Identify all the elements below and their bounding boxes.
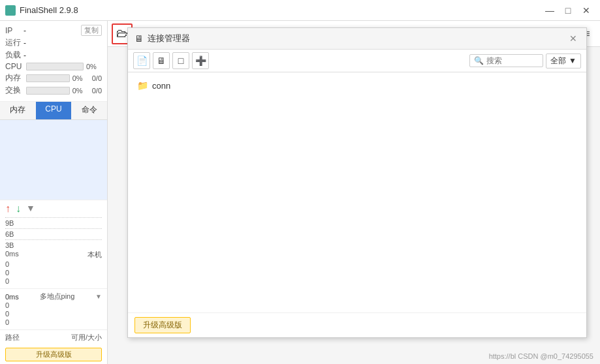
val-9b: 9B (5, 219, 14, 227)
titlebar: FinalShell 2.9.8 — □ ✕ (0, 0, 600, 21)
run-value: - (24, 38, 102, 48)
ping-dropdown-icon[interactable]: ▼ (95, 293, 102, 300)
mem-bar (26, 74, 70, 82)
swap-bar (26, 87, 70, 95)
stats-3b: 3B (5, 241, 102, 249)
load-row: 负载 - (5, 50, 102, 61)
ping-latency: 0ms (5, 293, 19, 301)
app-icon (5, 5, 16, 16)
path-section: 路径 可用/大小 (0, 329, 107, 345)
window-controls: — □ ✕ (541, 2, 595, 19)
path-size: 可用/大小 (71, 333, 102, 342)
ping-header: 0ms 多地点ping ▼ (5, 292, 102, 301)
search-icon: 🔍 (474, 56, 484, 65)
direction-icon: ▼ (26, 203, 35, 215)
dialog-footer: 升级高级版 (128, 312, 586, 337)
swap-value: 0% (72, 87, 88, 95)
add-button[interactable]: ➕ (192, 52, 209, 69)
content-area: 🗁 ⊞ ≡ 🖥 连接管理器 ✕ (108, 21, 600, 364)
ping-section: 0ms 多地点ping ▼ 0 0 0 (0, 288, 107, 329)
connection-item[interactable]: 📁 conn (133, 78, 581, 93)
sidebar: IP - 复制 运行 - 负载 - CPU 0% 内存 (0, 21, 108, 364)
swap-label: 交换 (5, 85, 24, 96)
connection-manager-dialog: 🖥 连接管理器 ✕ 📄 🖥 □ (127, 27, 587, 338)
swap-row: 交换 0% 0/0 (5, 85, 102, 96)
run-row: 运行 - (5, 37, 102, 48)
dialog-app-icon: 🖥 (134, 33, 144, 44)
close-button[interactable]: ✕ (578, 2, 595, 19)
filter-label: 全部 (550, 55, 566, 67)
cpu-value: 0% (86, 63, 102, 70)
dialog-content: 📁 conn (128, 72, 586, 312)
lv2: 0 (5, 269, 9, 277)
mem-value: 0% (72, 74, 88, 82)
tab-command[interactable]: 命令 (71, 102, 107, 119)
connection-folder-icon: 📁 (137, 80, 148, 91)
new-folder-icon: 📄 (136, 55, 148, 66)
filter-dropdown[interactable]: 全部 ▼ (546, 53, 581, 68)
new-connection-button[interactable]: 🖥 (153, 52, 170, 69)
cpu-row: CPU 0% (5, 62, 102, 71)
filter-chevron-icon: ▼ (569, 56, 576, 65)
pv3: 0 (5, 318, 9, 326)
copy-button[interactable]: □ (172, 52, 189, 69)
connection-name: conn (152, 81, 170, 91)
latency-header: 0ms 本机 (5, 250, 102, 260)
dialog-upgrade-button[interactable]: 升级高级版 (134, 317, 191, 333)
ip-row: IP - 复制 (5, 25, 102, 36)
divider-6b (5, 228, 102, 229)
cpu-label: CPU (5, 62, 24, 71)
minimize-button[interactable]: — (541, 2, 558, 19)
swap-ratio: 0/0 (92, 87, 102, 95)
ip-label: IP (5, 26, 24, 35)
copy-button[interactable]: 复制 (81, 25, 102, 36)
stats-arrows: ↑ ↓ ▼ (5, 203, 102, 215)
ping-val2: 0 (5, 310, 102, 318)
upload-icon: ↑ (5, 203, 10, 215)
divider-9b (5, 217, 102, 218)
copy-icon: □ (178, 55, 183, 66)
load-value: - (24, 51, 102, 60)
tab-cpu[interactable]: CPU (36, 102, 72, 119)
latency-host: 本机 (87, 250, 102, 260)
load-label: 负载 (5, 50, 24, 61)
divider-3b (5, 239, 102, 240)
download-icon: ↓ (16, 203, 21, 215)
ip-value: - (24, 26, 81, 35)
app-title: FinalShell 2.9.8 (20, 5, 78, 15)
ping-val3: 0 (5, 318, 102, 326)
sidebar-graph-area (0, 120, 107, 200)
pv1: 0 (5, 301, 9, 309)
server-info: IP - 复制 运行 - 负载 - CPU 0% 内存 (0, 21, 107, 102)
val-3b: 3B (5, 241, 14, 249)
run-label: 运行 (5, 37, 24, 48)
dialog-title-left: 🖥 连接管理器 (134, 33, 190, 44)
dialog-title: 连接管理器 (148, 33, 190, 44)
search-input[interactable] (486, 56, 539, 65)
stats-9b: 9B (5, 219, 102, 227)
sidebar-tabs: 内存 CPU 命令 (0, 102, 107, 120)
dialog-titlebar: 🖥 连接管理器 ✕ (128, 28, 586, 50)
new-folder-button[interactable]: 📄 (133, 52, 150, 69)
latency-val3: 0 (5, 277, 102, 285)
dialog-overlay: 🖥 连接管理器 ✕ 📄 🖥 □ (108, 21, 600, 364)
ping-val1: 0 (5, 301, 102, 309)
new-connection-icon: 🖥 (157, 55, 166, 66)
maximize-button[interactable]: □ (560, 2, 576, 19)
sidebar-upgrade-button[interactable]: 升级高级版 (5, 348, 102, 361)
stats-6b: 6B (5, 230, 102, 238)
main-layout: IP - 复制 运行 - 负载 - CPU 0% 内存 (0, 21, 600, 364)
path-label: 路径 (5, 333, 20, 342)
network-stats: ↑ ↓ ▼ 9B 6B 3B 0ms 本机 0 0 0 (0, 200, 107, 288)
mem-ratio: 0/0 (92, 74, 102, 82)
search-box[interactable]: 🔍 (469, 54, 543, 67)
tab-memory[interactable]: 内存 (0, 102, 36, 119)
latency-val2: 0 (5, 269, 102, 277)
latency-label: 0ms (5, 250, 19, 260)
add-icon: ➕ (195, 55, 206, 66)
mem-row: 内存 0% 0/0 (5, 72, 102, 83)
lv1: 0 (5, 260, 9, 268)
cpu-bar (26, 63, 84, 70)
mem-label: 内存 (5, 72, 24, 83)
dialog-close-button[interactable]: ✕ (567, 32, 580, 45)
